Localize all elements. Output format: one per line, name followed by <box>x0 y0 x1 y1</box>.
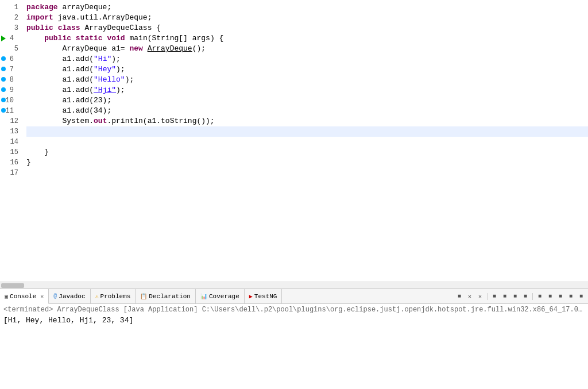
line-number-11: 11 <box>0 106 22 116</box>
tab-declaration-label: Declaration <box>149 293 191 300</box>
console-terminated-text: <terminated> ArrayDequeClass [Java Appli… <box>3 306 585 314</box>
close-btn[interactable]: ✕ <box>465 292 474 301</box>
console-icon: ▣ <box>5 293 8 300</box>
code-line-3: public class ArrayDequeClass { <box>26 23 588 33</box>
tab-javadoc[interactable]: @ Javadoc <box>49 289 90 303</box>
line-number-5: 5 <box>0 44 22 54</box>
line-numbers: 1 2 3 4 5 6 7 8 <box>0 0 22 282</box>
line-number-14: 14 <box>0 137 22 147</box>
code-line-10: a1.add(23); <box>26 95 588 106</box>
code-line-9: a1.add("Hji"); <box>26 85 588 95</box>
tab-declaration[interactable]: 📋 Declaration <box>136 289 196 303</box>
line-number-15: 15 <box>0 147 22 157</box>
line-number-10: 10 <box>0 95 22 106</box>
tab-problems-label: Problems <box>100 293 131 300</box>
code-line-5: ArrayDeque a1= new ArrayDeque(); <box>26 44 588 54</box>
code-line-2: import java.util.ArrayDeque; <box>26 13 588 23</box>
output-rest: , Hello, Hji, 23, 34] <box>39 316 133 325</box>
action2-btn[interactable]: ■ <box>500 292 509 301</box>
output-hey-word: Hey <box>26 316 39 325</box>
editor-scrollbar[interactable] <box>0 282 588 288</box>
code-line-11: a1.add(34); <box>26 106 588 116</box>
output-hey: [Hi, <box>3 316 26 325</box>
tab-testng[interactable]: ▶ TestNG <box>245 289 283 303</box>
action8-btn[interactable]: ■ <box>566 292 575 301</box>
line-number-6: 6 <box>0 54 22 64</box>
code-line-14 <box>26 137 588 147</box>
close2-btn[interactable]: ✕ <box>475 292 485 301</box>
separator2 <box>532 293 533 300</box>
action4-btn[interactable]: ■ <box>521 292 530 301</box>
tabs-actions: ■ ✕ ✕ ■ ■ ■ ■ ■ ■ ■ ■ ■ <box>452 289 588 303</box>
action9-btn[interactable]: ■ <box>577 292 586 301</box>
tab-problems[interactable]: ⚠ Problems <box>91 289 136 303</box>
action3-btn[interactable]: ■ <box>510 292 520 301</box>
action5-btn[interactable]: ■ <box>535 292 544 301</box>
line-number-3: 3 <box>0 23 22 33</box>
line-number-13: 13 <box>0 126 22 137</box>
console-content: <terminated> ArrayDequeClass [Java Appli… <box>0 304 588 389</box>
problems-icon: ⚠ <box>95 293 99 300</box>
action1-btn[interactable]: ■ <box>490 292 499 301</box>
stop-btn[interactable]: ■ <box>455 292 464 301</box>
line-number-9: 9 <box>0 85 22 95</box>
code-editor[interactable]: package arrayDeque; import java.util.Arr… <box>22 0 588 282</box>
code-line-8: a1.add("Hello"); <box>26 75 588 85</box>
code-line-17 <box>26 168 588 178</box>
tab-coverage-label: Coverage <box>209 293 239 300</box>
code-line-6: a1.add("Hi"); <box>26 54 588 64</box>
bottom-panel: ▣ Console ✕ @ Javadoc ⚠ Problems 📋 Decla… <box>0 288 588 389</box>
line-number-17: 17 <box>0 168 22 178</box>
tab-testng-label: TestNG <box>254 293 277 300</box>
code-line-13 <box>26 126 588 137</box>
console-output-text: [Hi, Hey, Hello, Hji, 23, 34] <box>3 316 585 325</box>
javadoc-icon: @ <box>53 293 57 299</box>
code-line-15: } <box>26 147 588 157</box>
code-line-1: package arrayDeque; <box>26 2 588 13</box>
tab-console-close[interactable]: ✕ <box>40 293 44 300</box>
line-number-2: 2 <box>0 13 22 23</box>
line-number-12: 12 <box>0 116 22 126</box>
testng-icon: ▶ <box>249 293 253 300</box>
editor-area: 1 2 3 4 5 6 7 8 <box>0 0 588 288</box>
tab-console-label: Console <box>10 293 36 300</box>
tabs-bar: ▣ Console ✕ @ Javadoc ⚠ Problems 📋 Decla… <box>0 289 588 304</box>
line-number-7: 7 <box>0 64 22 75</box>
line-number-16: 16 <box>0 157 22 168</box>
action6-btn[interactable]: ■ <box>546 292 555 301</box>
line-number-1: 1 <box>0 2 22 13</box>
code-line-7: a1.add("Hey"); <box>26 64 588 75</box>
line-number-8: 8 <box>0 75 22 85</box>
coverage-icon: 📊 <box>200 293 207 300</box>
tab-coverage[interactable]: 📊 Coverage <box>196 289 245 303</box>
declaration-icon: 📋 <box>140 293 147 300</box>
line-number-4: 4 <box>0 33 22 44</box>
code-container: 1 2 3 4 5 6 7 8 <box>0 0 588 282</box>
action7-btn[interactable]: ■ <box>556 292 565 301</box>
tab-javadoc-label: Javadoc <box>59 293 85 300</box>
tab-console[interactable]: ▣ Console ✕ <box>0 289 49 304</box>
code-line-4: public static void main(String[] args) { <box>26 33 588 44</box>
scrollbar-thumb[interactable] <box>1 283 24 288</box>
code-line-16: } <box>26 157 588 168</box>
code-line-12: System.out.println(a1.toString()); <box>26 116 588 126</box>
separator1 <box>487 293 488 300</box>
